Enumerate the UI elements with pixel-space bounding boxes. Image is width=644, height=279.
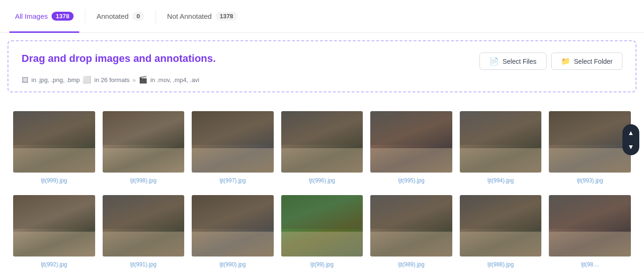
tab-all-images[interactable]: All Images 1378 [9,0,79,33]
thumb-decoration [370,111,452,145]
main-content: Drag and drop images and annotations. 📄 … [0,40,644,279]
thumbnail-image [281,195,363,256]
tab-annotated[interactable]: Annotated 0 [91,0,150,33]
thumb-decoration [13,232,95,256]
tabs-bar: All Images 1378 Annotated 0 Not Annotate… [0,0,644,33]
list-item[interactable]: ljt(992).jpg [13,195,95,268]
thumbnail-image [549,111,631,173]
select-files-button[interactable]: 📄 Select Files [479,53,546,70]
image-filename: ljt(990).jpg [219,261,246,268]
thumb-decoration [192,111,274,145]
list-item[interactable]: ljt(995).jpg [370,111,452,184]
thumb-decoration [549,148,631,173]
thumb-decoration [192,195,274,229]
thumbnail-image [13,111,95,173]
arrow-icon: » [133,76,136,83]
list-item[interactable]: ljt(999).jpg [13,111,95,184]
tab-all-images-label: All Images [15,12,48,20]
thumb-decoration [460,148,542,173]
image-filename: ljt(994).jpg [487,177,514,184]
video-format-text: in .mov, .mp4, .avi [150,76,200,83]
list-item[interactable]: ljt(990).jpg [192,195,274,268]
tab-not-annotated[interactable]: Not Annotated 1378 [162,0,243,33]
image-thumbnail [13,195,95,256]
list-item[interactable]: ljt(998).jpg [103,111,185,184]
thumb-decoration [370,148,452,173]
image-filename: ljt(991).jpg [130,261,157,268]
thumbnail-image [13,195,95,256]
thumb-decoration [103,195,185,229]
thumb-decoration [281,148,363,173]
thumb-decoration [13,195,95,229]
image-filename: ljt(98… [581,261,599,268]
float-nav-down[interactable]: ▼ [624,140,637,153]
image-thumbnail [549,195,631,256]
drop-zone-title: Drag and drop images and annotations. [22,53,216,65]
images-grid: ljt(999).jpgljt(998).jpgljt(997).jpgljt(… [0,100,644,279]
thumb-decoration [281,232,363,256]
image-thumbnail [460,195,542,256]
list-item[interactable]: ljt(997).jpg [192,111,274,184]
image-thumbnail [370,195,452,256]
thumb-decoration [192,148,274,173]
image-thumbnail [370,111,452,173]
file-icon: 📄 [489,57,499,66]
drop-zone-actions: 📄 Select Files 📁 Select Folder [479,53,622,70]
thumb-decoration [370,232,452,256]
image-filename: ljt(995).jpg [398,177,425,184]
thumbnail-image [103,111,185,173]
thumbnail-image [370,195,452,256]
image-thumbnail [192,111,274,173]
image-thumbnail [460,111,542,173]
image-thumbnail [103,195,185,256]
thumb-decoration [281,195,363,229]
float-nav: ▲ ▼ [622,124,639,155]
format-hints: 🖼 in .jpg, .png, .bmp ⬜ in 26 formats » … [22,75,622,84]
image-filename: ljt(997).jpg [219,177,246,184]
thumb-decoration [103,232,185,256]
list-item[interactable]: ljt(991).jpg [103,195,185,268]
drop-zone-header: Drag and drop images and annotations. 📄 … [22,53,622,70]
image-thumbnail [281,111,363,173]
thumb-decoration [13,111,95,145]
thumbnail-image [460,195,542,256]
image-thumbnail [103,111,185,173]
select-folder-button[interactable]: 📁 Select Folder [551,53,622,70]
list-item[interactable]: ljt(988).jpg [460,195,542,268]
image-filename: ljt(996).jpg [309,177,335,184]
image-thumbnail [13,111,95,173]
thumb-decoration [103,111,185,145]
float-nav-up[interactable]: ▲ [624,126,637,139]
list-item[interactable]: ljt(993).jpg [549,111,631,184]
image-filename: ljt(999).jpg [41,177,67,184]
drop-zone[interactable]: Drag and drop images and annotations. 📄 … [7,40,637,92]
list-item[interactable]: ljt(98… [549,195,631,268]
image-thumbnail [281,195,363,256]
image-filename: ljt(989).jpg [398,261,425,268]
tab-annotated-badge: 0 [132,12,144,21]
folder-icon: 📁 [561,57,570,66]
thumbnail-image [103,195,185,256]
thumbnail-image [192,111,274,173]
thumb-decoration [460,111,542,145]
list-item[interactable]: ljt(994).jpg [460,111,542,184]
thumb-decoration [549,195,631,229]
list-item[interactable]: ljt(996).jpg [281,111,363,184]
list-item[interactable]: ljt(99).jpg [281,195,363,268]
thumbnail-image [281,111,363,173]
list-item[interactable]: ljt(989).jpg [370,195,452,268]
video-format-icon: 🎬 [139,75,148,84]
thumb-decoration [281,111,363,145]
thumb-decoration [370,195,452,229]
tab-not-annotated-badge: 1378 [216,12,238,21]
tab-all-images-badge: 1378 [52,12,74,21]
thumb-decoration [13,148,95,173]
image-filename: ljt(998).jpg [130,177,157,184]
annotation-format-icon: ⬜ [82,75,91,84]
image-thumbnail [192,195,274,256]
thumb-decoration [460,195,542,229]
thumb-decoration [103,148,185,173]
image-format-text: in .jpg, .png, .bmp [31,76,80,83]
tab-divider-1 [85,9,85,23]
annotation-format-text: in 26 formats [94,76,129,83]
